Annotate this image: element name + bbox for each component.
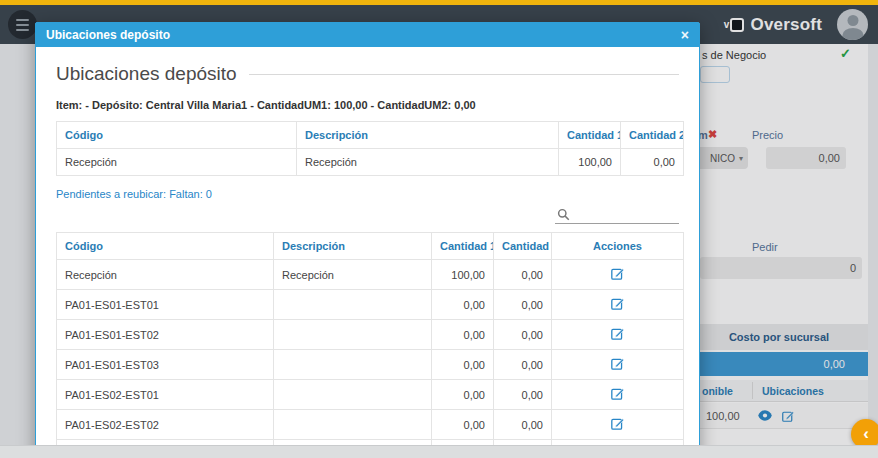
top-accent-bar — [0, 0, 878, 5]
table-row: PA01-ES02-EST02 0,00 0,00 — [57, 410, 684, 440]
table-row: PA01-ES01-EST03 0,00 0,00 — [57, 350, 684, 380]
page-title: Ubicaciones depósito — [56, 63, 237, 85]
col-cantidad2: Cantidad 2 — [621, 122, 684, 149]
ubicaciones-deposito-modal: Ubicaciones depósito × Ubicaciones depós… — [35, 22, 700, 458]
heading-divider — [249, 74, 679, 75]
col-acciones: Acciones — [552, 233, 684, 260]
summary-table: Código Descripción Cantidad 1 Cantidad 2… — [56, 121, 684, 176]
ubicaciones-table: Código Descripción Cantidad 1 Cantidad 2… — [56, 232, 684, 458]
col-descripcion: Descripción — [297, 122, 559, 149]
modal-body: Ubicaciones depósito Item: - Depósito: C… — [36, 47, 699, 458]
search-icon — [557, 208, 570, 221]
search-row — [56, 206, 679, 224]
col-codigo: Código — [57, 233, 274, 260]
chevron-left-icon: ‹ — [863, 424, 869, 444]
edit-icon[interactable] — [611, 327, 624, 340]
edit-icon[interactable] — [611, 387, 624, 400]
screen: v Oversoft s de Negocio ✓ m ✖ Precio NIC… — [0, 0, 878, 458]
edit-icon[interactable] — [611, 267, 624, 280]
edit-icon[interactable] — [611, 297, 624, 310]
search-input[interactable] — [576, 209, 677, 221]
table-row: Recepción Recepción 100,00 0,00 — [57, 149, 684, 176]
col-descripcion: Descripción — [274, 233, 432, 260]
horizontal-scrollbar[interactable] — [0, 445, 878, 458]
col-cantidad2: Cantidad 2 — [494, 233, 552, 260]
modal-title: Ubicaciones depósito — [46, 28, 170, 42]
table-row: PA01-ES01-EST01 0,00 0,00 — [57, 290, 684, 320]
modal-heading-row: Ubicaciones depósito — [56, 63, 679, 85]
close-icon[interactable]: × — [681, 28, 689, 42]
item-summary: Item: - Depósito: Central Villa Maria1 -… — [56, 99, 679, 111]
pendientes-link[interactable]: Pendientes a reubicar: Faltan: 0 — [56, 188, 679, 200]
col-codigo: Código — [57, 122, 297, 149]
col-cantidad1: Cantidad 1 — [559, 122, 621, 149]
modal-titlebar: Ubicaciones depósito × — [36, 23, 699, 47]
col-cantidad1: Cantidad 1 — [432, 233, 494, 260]
edit-icon[interactable] — [611, 357, 624, 370]
table-row: Recepción Recepción 100,00 0,00 — [57, 260, 684, 290]
table-row: PA01-ES02-EST01 0,00 0,00 — [57, 380, 684, 410]
edit-icon[interactable] — [611, 417, 624, 430]
table-row: PA01-ES01-EST02 0,00 0,00 — [57, 320, 684, 350]
search-box — [555, 206, 679, 224]
